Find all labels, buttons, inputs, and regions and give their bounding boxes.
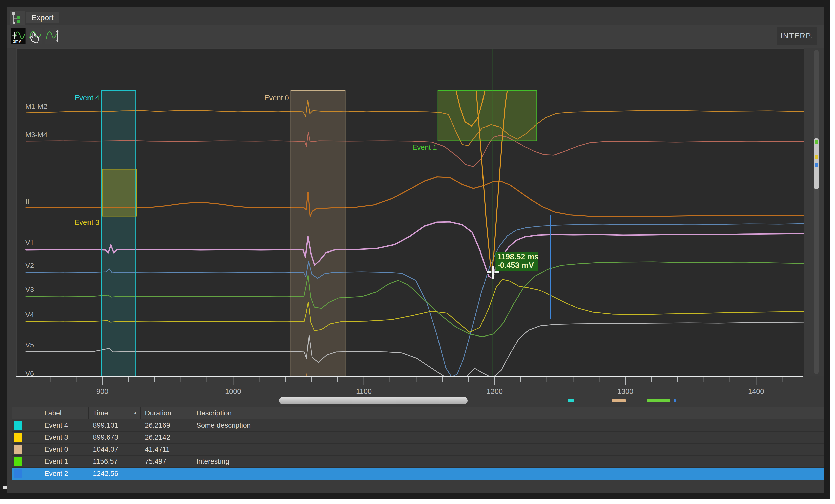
main-panel: Export 1mV	[7, 6, 824, 493]
event-color-chip	[14, 445, 22, 454]
tick-label: 1100	[356, 387, 372, 395]
tick-label: 900	[96, 387, 108, 395]
cell-label: Event 3	[40, 431, 89, 443]
cell-duration: 75.497	[141, 456, 192, 467]
event1-label: Event 1	[412, 143, 437, 152]
menu-export[interactable]: Export	[26, 12, 59, 23]
trace-V3	[26, 262, 803, 337]
table-row[interactable]: Event 11156.5775.497Interesting	[12, 456, 824, 468]
app-window: Export 1mV	[0, 0, 831, 499]
cell-duration: -	[141, 468, 192, 479]
cell-time: 899.673	[89, 431, 141, 443]
channel-label-V5: V5	[25, 341, 34, 349]
resize-grip[interactable]	[3, 486, 6, 489]
event-table-header: Label Time▲ Duration Description	[12, 407, 824, 420]
trace-V4	[26, 279, 803, 332]
pan-tool-button[interactable]	[28, 28, 42, 44]
col-label[interactable]: Label	[40, 407, 89, 419]
cell-duration: 41.4711	[141, 444, 192, 455]
app-tree-icon[interactable]	[10, 11, 25, 25]
horizontal-scrollbar[interactable]	[7, 396, 824, 407]
table-row[interactable]: Event 3899.67326.2142	[12, 431, 824, 444]
marker-tool-button[interactable]: 1mV	[11, 28, 25, 44]
cell-description	[192, 431, 824, 443]
event-color-chip	[14, 421, 22, 429]
trace-V5	[26, 322, 803, 376]
tick-label: 1200	[487, 387, 503, 395]
event3-label: Event 3	[75, 218, 99, 226]
table-row[interactable]: Event 21242.56-	[12, 468, 824, 480]
hscroll-event-mark	[674, 399, 676, 402]
cell-description	[192, 444, 824, 455]
cell-label: Event 1	[40, 456, 89, 467]
interp-label: INTERP.	[777, 27, 817, 45]
tick-label: 1000	[225, 387, 241, 395]
cell-time: 899.101	[89, 420, 141, 431]
vertical-scrollbar-track[interactable]	[814, 50, 819, 374]
event0-label: Event 0	[264, 94, 289, 102]
trace-V2	[26, 224, 803, 376]
cell-time: 1044.07	[89, 444, 141, 455]
cell-label: Event 0	[40, 444, 89, 455]
vscroll-event-mark	[815, 140, 818, 144]
event-table-body: Event 4899.10126.2169Some descriptionEve…	[12, 420, 824, 480]
cursor-tooltip-line: 1198.52 ms	[497, 252, 538, 261]
cell-duration: 26.2142	[141, 431, 192, 443]
menubar: Export	[7, 6, 824, 25]
crosshair-center	[492, 271, 494, 274]
col-time[interactable]: Time▲	[89, 407, 141, 419]
col-swatch[interactable]	[12, 407, 40, 419]
time-axis: 90010001100120013001400	[16, 376, 803, 396]
channel-label-V2: V2	[25, 262, 34, 269]
sort-asc-icon: ▲	[133, 407, 137, 419]
event-table: Label Time▲ Duration Description Event 4…	[12, 407, 824, 480]
event-color-chip	[14, 469, 22, 478]
toolbtn-1mv-caption: 1mV	[13, 39, 21, 43]
cell-description: Interesting	[192, 456, 824, 467]
cell-description: Some description	[192, 420, 824, 431]
channel-label-V3: V3	[25, 286, 34, 294]
event3-region-fill[interactable]	[102, 169, 136, 216]
channel-label-V4: V4	[25, 311, 34, 319]
event1-region-fill[interactable]	[438, 90, 537, 141]
col-description[interactable]: Description	[192, 407, 824, 419]
vscroll-event-mark	[815, 163, 818, 167]
cell-description	[192, 468, 824, 479]
table-row[interactable]: Event 01044.0741.4711	[12, 444, 824, 456]
channel-label-V1: V1	[25, 239, 34, 247]
event4-region-fill[interactable]	[101, 90, 136, 376]
event4-label: Event 4	[75, 94, 99, 102]
toolbar: 1mV INTERP.	[7, 25, 824, 48]
tick-label: 1300	[617, 387, 634, 395]
cell-time: 1156.57	[89, 456, 141, 467]
hscroll-event-mark	[568, 399, 574, 402]
horizontal-scrollbar-thumb[interactable]	[279, 397, 468, 404]
cell-duration: 26.2169	[141, 420, 192, 431]
cell-label: Event 2	[40, 468, 89, 479]
event-color-chip	[14, 457, 22, 466]
hscroll-event-mark	[647, 399, 670, 402]
hscroll-event-mark	[612, 399, 626, 402]
trace-II	[26, 177, 803, 217]
event0-region-fill[interactable]	[291, 90, 345, 376]
cursor-tooltip-line: -0.453 mV	[497, 261, 534, 269]
vertical-scrollbar[interactable]	[803, 48, 824, 376]
channel-label-V6: V6	[25, 370, 34, 376]
channel-label-II: II	[25, 198, 29, 205]
tick-label: 1400	[748, 387, 765, 395]
trace-M1-M2	[26, 100, 803, 146]
trace-V1	[26, 222, 803, 279]
col-duration[interactable]: Duration	[141, 407, 192, 419]
cell-label: Event 4	[40, 420, 89, 431]
vscroll-event-mark	[815, 156, 818, 159]
channel-label-M1-M2: M1-M2	[25, 103, 47, 110]
event-color-chip	[14, 433, 22, 442]
cell-time: 1242.56	[89, 468, 141, 479]
signal-plot[interactable]: Event 4Event 3Event 0Event 1Event 2M1-M2…	[16, 48, 804, 376]
table-row[interactable]: Event 4899.10126.2169Some description	[12, 420, 824, 431]
channel-label-M3-M4: M3-M4	[25, 131, 47, 139]
amplitude-scale-tool-button[interactable]	[45, 28, 59, 44]
